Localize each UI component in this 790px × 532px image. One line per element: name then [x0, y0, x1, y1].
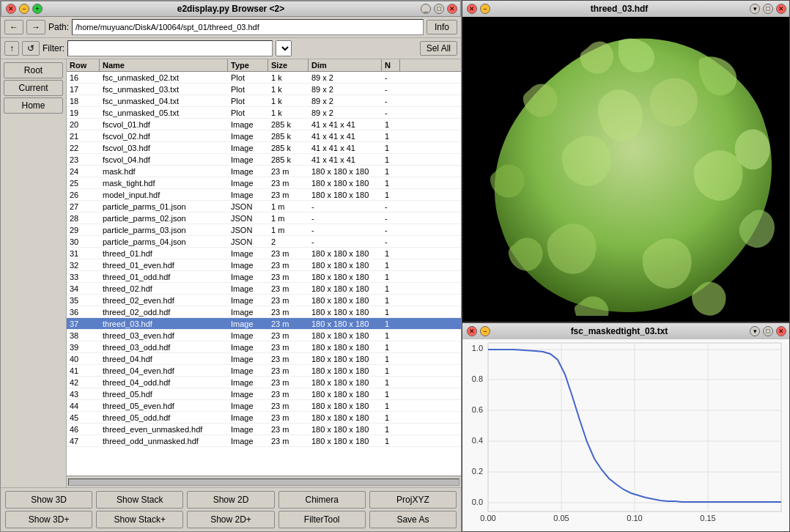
close-btn-left[interactable]: ✕ [6, 4, 16, 14]
chart-extra1[interactable]: ▾ [750, 326, 760, 336]
cell-type: Image [228, 436, 268, 446]
cell-size: 23 m [268, 166, 309, 177]
table-row[interactable]: 38 threed_03_even.hdf Image 23 m 180 x 1… [67, 330, 461, 341]
min-btn-left[interactable]: − [19, 4, 29, 14]
table-row[interactable]: 47 threed_odd_unmasked.hdf Image 23 m 18… [67, 435, 461, 447]
cell-row: 47 [67, 436, 100, 446]
cell-row: 34 [67, 284, 100, 294]
3d-x[interactable]: ✕ [776, 4, 786, 14]
table-row[interactable]: 46 threed_even_unmasked.hdf Image 23 m 1… [67, 424, 461, 435]
table-row[interactable]: 22 fscvol_03.hdf Image 285 k 41 x 41 x 4… [67, 142, 461, 154]
close-btn-3d[interactable]: ✕ [467, 4, 477, 14]
3d-extra1[interactable]: ▾ [750, 4, 760, 14]
table-row[interactable]: 29 particle_parms_03.json JSON 1 m - - [67, 224, 461, 236]
cell-size: 23 m [268, 354, 309, 364]
table-row[interactable]: 41 threed_04_even.hdf Image 23 m 180 x 1… [67, 365, 461, 377]
min-btn-3d[interactable]: − [480, 4, 490, 14]
saveas-button[interactable]: Save As [369, 511, 457, 528]
cell-dim: 180 x 180 x 180 [309, 354, 382, 364]
table-row[interactable]: 45 threed_05_odd.hdf Image 23 m 180 x 18… [67, 412, 461, 424]
info-button[interactable]: Info [427, 20, 457, 34]
cell-type: Image [228, 260, 268, 270]
hscroll-track[interactable] [68, 479, 459, 486]
3d-extra2[interactable]: □ [763, 4, 773, 14]
table-row[interactable]: 42 threed_04_odd.hdf Image 23 m 180 x 18… [67, 377, 461, 388]
table-row[interactable]: 32 threed_01_even.hdf Image 23 m 180 x 1… [67, 259, 461, 271]
table-row[interactable]: 44 threed_05_even.hdf Image 23 m 180 x 1… [67, 400, 461, 412]
cell-row: 33 [67, 272, 100, 282]
table-row[interactable]: 40 threed_04.hdf Image 23 m 180 x 180 x … [67, 353, 461, 365]
table-row[interactable]: 16 fsc_unmasked_02.txt Plot 1 k 89 x 2 - [67, 72, 461, 84]
left-win-extra1[interactable]: _ [421, 4, 431, 14]
sidebar-item-home[interactable]: Home [4, 97, 63, 114]
show3dplus-button[interactable]: Show 3D+ [5, 511, 92, 528]
table-row[interactable]: 23 fscvol_04.hdf Image 285 k 41 x 41 x 4… [67, 154, 461, 166]
max-btn-left[interactable]: + [32, 4, 43, 14]
table-row[interactable]: 33 threed_01_odd.hdf Image 23 m 180 x 18… [67, 271, 461, 283]
cell-n: 1 [382, 143, 400, 153]
chart-x[interactable]: ✕ [776, 326, 786, 336]
table-row[interactable]: 34 threed_02.hdf Image 23 m 180 x 180 x … [67, 283, 461, 295]
col-header-name[interactable]: Name [100, 59, 228, 71]
filter-input[interactable] [67, 40, 273, 56]
col-header-size[interactable]: Size [268, 59, 309, 71]
table-row[interactable]: 37 threed_03.hdf Image 23 m 180 x 180 x … [67, 318, 461, 330]
col-header-type[interactable]: Type [228, 59, 268, 71]
table-row[interactable]: 27 particle_parms_01.json JSON 1 m - - [67, 201, 461, 213]
cell-size: 23 m [268, 319, 309, 329]
file-table-scroll[interactable]: 16 fsc_unmasked_02.txt Plot 1 k 89 x 2 -… [67, 72, 461, 476]
cell-size: 1 k [268, 96, 309, 106]
min-btn-chart[interactable]: − [480, 326, 490, 336]
cell-name: fscvol_03.hdf [100, 143, 228, 153]
chart-canvas[interactable]: 1.0 0.8 0.6 0.4 0.2 0.0 [462, 339, 789, 531]
sidebar-item-root[interactable]: Root [4, 62, 63, 78]
horizontal-scrollbar[interactable] [67, 476, 461, 487]
table-row[interactable]: 17 fsc_unmasked_03.txt Plot 1 k 89 x 2 - [67, 84, 461, 95]
nav-fwd-button[interactable]: → [26, 20, 45, 34]
chimera-button[interactable]: Chimera [278, 491, 366, 509]
table-row[interactable]: 18 fsc_unmasked_04.txt Plot 1 k 89 x 2 - [67, 95, 461, 107]
table-row[interactable]: 19 fsc_unmasked_05.txt Plot 1 k 89 x 2 - [67, 107, 461, 119]
chart-extra2[interactable]: □ [763, 326, 773, 336]
nav-refresh-button[interactable]: ↺ [22, 41, 40, 56]
filter-dropdown[interactable] [276, 40, 292, 56]
cell-name: threed_02_even.hdf [100, 295, 228, 306]
cell-dim: 180 x 180 x 180 [309, 436, 382, 446]
path-input[interactable] [72, 19, 424, 35]
table-row[interactable]: 31 threed_01.hdf Image 23 m 180 x 180 x … [67, 248, 461, 259]
table-row[interactable]: 36 threed_02_odd.hdf Image 23 m 180 x 18… [67, 306, 461, 318]
show2d-button[interactable]: Show 2D [187, 491, 274, 509]
table-header: Row Name Type Size Dim N [67, 59, 461, 72]
left-win-x[interactable]: ✕ [447, 4, 457, 14]
table-row[interactable]: 30 particle_parms_04.json JSON 2 - - [67, 236, 461, 248]
table-row[interactable]: 25 mask_tight.hdf Image 23 m 180 x 180 x… [67, 177, 461, 189]
cell-type: Image [228, 354, 268, 364]
nav-back-button[interactable]: ← [4, 20, 23, 34]
cell-size: 23 m [268, 295, 309, 306]
show2dplus-button[interactable]: Show 2D+ [187, 511, 274, 528]
nav-up-button[interactable]: ↑ [4, 41, 19, 56]
sidebar-item-current[interactable]: Current [4, 80, 63, 96]
table-row[interactable]: 26 model_input.hdf Image 23 m 180 x 180 … [67, 189, 461, 201]
col-header-dim[interactable]: Dim [309, 59, 382, 71]
projxyz-button[interactable]: ProjXYZ [369, 491, 457, 509]
table-row[interactable]: 43 threed_05.hdf Image 23 m 180 x 180 x … [67, 388, 461, 400]
showstack-button[interactable]: Show Stack [96, 491, 183, 509]
table-row[interactable]: 21 fscvol_02.hdf Image 285 k 41 x 41 x 4… [67, 130, 461, 142]
table-row[interactable]: 39 threed_03_odd.hdf Image 23 m 180 x 18… [67, 341, 461, 353]
col-header-n[interactable]: N [382, 59, 400, 71]
3d-canvas[interactable] [462, 17, 789, 322]
col-header-row[interactable]: Row [67, 59, 100, 71]
showstackplus-button[interactable]: Show Stack+ [96, 511, 183, 528]
table-row[interactable]: 20 fscvol_01.hdf Image 285 k 41 x 41 x 4… [67, 119, 461, 130]
table-row[interactable]: 28 particle_parms_02.json JSON 1 m - - [67, 213, 461, 224]
table-row[interactable]: 35 threed_02_even.hdf Image 23 m 180 x 1… [67, 295, 461, 306]
table-row[interactable]: 24 mask.hdf Image 23 m 180 x 180 x 180 1 [67, 166, 461, 177]
filtertool-button[interactable]: FilterTool [278, 511, 366, 528]
close-btn-chart[interactable]: ✕ [467, 326, 477, 336]
show3d-button[interactable]: Show 3D [5, 491, 92, 509]
cell-dim: 89 x 2 [309, 96, 382, 106]
selall-button[interactable]: Sel All [420, 41, 457, 56]
cell-n: 1 [382, 190, 400, 200]
left-win-extra2[interactable]: □ [434, 4, 444, 14]
